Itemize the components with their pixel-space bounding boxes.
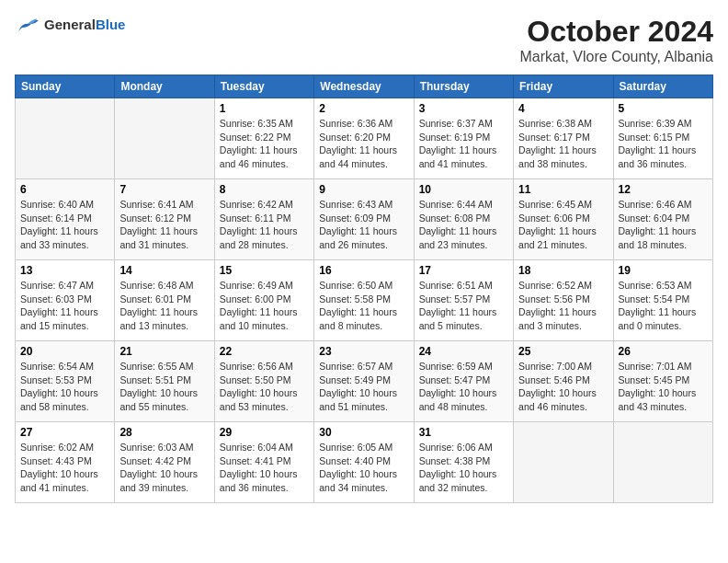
calendar-cell: 29Sunrise: 6:04 AMSunset: 4:41 PMDayligh… (214, 422, 313, 503)
day-number: 15 (220, 264, 309, 277)
calendar-cell (115, 98, 214, 179)
day-info: Sunrise: 6:41 AMSunset: 6:12 PMDaylight:… (119, 198, 209, 252)
day-info: Sunrise: 6:39 AMSunset: 6:15 PMDaylight:… (619, 117, 708, 171)
calendar-subtitle: Markat, Vlore County, Albania (520, 49, 713, 65)
day-number: 21 (119, 345, 209, 358)
day-number: 2 (319, 102, 408, 115)
day-number: 31 (419, 426, 508, 439)
calendar-cell: 2Sunrise: 6:36 AMSunset: 6:20 PMDaylight… (314, 98, 414, 179)
calendar-cell: 14Sunrise: 6:48 AMSunset: 6:01 PMDayligh… (115, 260, 214, 341)
day-number: 27 (20, 426, 109, 439)
calendar-cell: 20Sunrise: 6:54 AMSunset: 5:53 PMDayligh… (16, 341, 115, 422)
day-info: Sunrise: 7:01 AMSunset: 5:45 PMDaylight:… (619, 360, 708, 414)
day-info: Sunrise: 6:06 AMSunset: 4:38 PMDaylight:… (419, 441, 508, 495)
day-info: Sunrise: 6:57 AMSunset: 5:49 PMDaylight:… (319, 360, 408, 414)
day-number: 6 (20, 183, 109, 196)
day-info: Sunrise: 6:42 AMSunset: 6:11 PMDaylight:… (220, 198, 309, 252)
day-info: Sunrise: 6:54 AMSunset: 5:53 PMDaylight:… (20, 360, 109, 414)
day-number: 17 (419, 264, 508, 277)
calendar-cell: 4Sunrise: 6:38 AMSunset: 6:17 PMDaylight… (514, 98, 613, 179)
logo-bird-icon (15, 15, 40, 35)
weekday-header-sunday: Sunday (16, 75, 115, 98)
calendar-cell: 21Sunrise: 6:55 AMSunset: 5:51 PMDayligh… (115, 341, 214, 422)
calendar-cell (514, 422, 613, 503)
day-number: 22 (220, 345, 309, 358)
calendar-cell: 18Sunrise: 6:52 AMSunset: 5:56 PMDayligh… (514, 260, 613, 341)
day-number: 28 (119, 426, 209, 439)
calendar-cell: 8Sunrise: 6:42 AMSunset: 6:11 PMDaylight… (214, 179, 313, 260)
calendar-cell: 24Sunrise: 6:59 AMSunset: 5:47 PMDayligh… (414, 341, 513, 422)
calendar-cell: 1Sunrise: 6:35 AMSunset: 6:22 PMDaylight… (214, 98, 313, 179)
calendar-table: SundayMondayTuesdayWednesdayThursdayFrid… (15, 75, 713, 503)
day-number: 3 (419, 102, 508, 115)
calendar-cell: 28Sunrise: 6:03 AMSunset: 4:42 PMDayligh… (115, 422, 214, 503)
day-number: 14 (119, 264, 209, 277)
day-info: Sunrise: 6:04 AMSunset: 4:41 PMDaylight:… (220, 441, 309, 495)
day-number: 13 (20, 264, 109, 277)
weekday-header-tuesday: Tuesday (214, 75, 313, 98)
day-number: 25 (518, 345, 608, 358)
day-info: Sunrise: 6:43 AMSunset: 6:09 PMDaylight:… (319, 198, 408, 252)
calendar-cell: 23Sunrise: 6:57 AMSunset: 5:49 PMDayligh… (314, 341, 414, 422)
day-info: Sunrise: 6:03 AMSunset: 4:42 PMDaylight:… (119, 441, 209, 495)
day-info: Sunrise: 6:37 AMSunset: 6:19 PMDaylight:… (419, 117, 508, 171)
day-number: 10 (419, 183, 508, 196)
day-number: 4 (518, 102, 608, 115)
day-info: Sunrise: 6:52 AMSunset: 5:56 PMDaylight:… (518, 279, 608, 333)
calendar-week-row: 27Sunrise: 6:02 AMSunset: 4:43 PMDayligh… (16, 422, 713, 503)
calendar-cell: 13Sunrise: 6:47 AMSunset: 6:03 PMDayligh… (16, 260, 115, 341)
weekday-header-friday: Friday (514, 75, 613, 98)
calendar-week-row: 13Sunrise: 6:47 AMSunset: 6:03 PMDayligh… (16, 260, 713, 341)
header: GeneralBlue October 2024 Markat, Vlore C… (15, 15, 713, 65)
weekday-header-saturday: Saturday (613, 75, 712, 98)
calendar-cell: 10Sunrise: 6:44 AMSunset: 6:08 PMDayligh… (414, 179, 513, 260)
day-info: Sunrise: 6:56 AMSunset: 5:50 PMDaylight:… (220, 360, 309, 414)
calendar-cell: 22Sunrise: 6:56 AMSunset: 5:50 PMDayligh… (214, 341, 313, 422)
calendar-cell: 5Sunrise: 6:39 AMSunset: 6:15 PMDaylight… (613, 98, 712, 179)
day-number: 7 (119, 183, 209, 196)
day-number: 8 (220, 183, 309, 196)
day-number: 29 (220, 426, 309, 439)
calendar-cell: 15Sunrise: 6:49 AMSunset: 6:00 PMDayligh… (214, 260, 313, 341)
day-info: Sunrise: 6:02 AMSunset: 4:43 PMDaylight:… (20, 441, 109, 495)
calendar-cell: 9Sunrise: 6:43 AMSunset: 6:09 PMDaylight… (314, 179, 414, 260)
logo: GeneralBlue (15, 15, 125, 35)
weekday-header-row: SundayMondayTuesdayWednesdayThursdayFrid… (16, 75, 713, 98)
logo-text-blue: Blue (96, 17, 126, 32)
logo-text-general: General (44, 17, 96, 32)
day-info: Sunrise: 7:00 AMSunset: 5:46 PMDaylight:… (518, 360, 608, 414)
calendar-cell: 17Sunrise: 6:51 AMSunset: 5:57 PMDayligh… (414, 260, 513, 341)
day-number: 11 (518, 183, 608, 196)
calendar-cell: 27Sunrise: 6:02 AMSunset: 4:43 PMDayligh… (16, 422, 115, 503)
day-number: 12 (619, 183, 708, 196)
calendar-cell: 30Sunrise: 6:05 AMSunset: 4:40 PMDayligh… (314, 422, 414, 503)
day-info: Sunrise: 6:48 AMSunset: 6:01 PMDaylight:… (119, 279, 209, 333)
day-info: Sunrise: 6:59 AMSunset: 5:47 PMDaylight:… (419, 360, 508, 414)
day-info: Sunrise: 6:05 AMSunset: 4:40 PMDaylight:… (319, 441, 408, 495)
calendar-cell: 19Sunrise: 6:53 AMSunset: 5:54 PMDayligh… (613, 260, 712, 341)
calendar-cell: 7Sunrise: 6:41 AMSunset: 6:12 PMDaylight… (115, 179, 214, 260)
calendar-week-row: 1Sunrise: 6:35 AMSunset: 6:22 PMDaylight… (16, 98, 713, 179)
day-number: 1 (220, 102, 309, 115)
calendar-cell: 6Sunrise: 6:40 AMSunset: 6:14 PMDaylight… (16, 179, 115, 260)
day-info: Sunrise: 6:38 AMSunset: 6:17 PMDaylight:… (518, 117, 608, 171)
calendar-cell: 25Sunrise: 7:00 AMSunset: 5:46 PMDayligh… (514, 341, 613, 422)
day-number: 26 (619, 345, 708, 358)
calendar-cell (613, 422, 712, 503)
day-info: Sunrise: 6:45 AMSunset: 6:06 PMDaylight:… (518, 198, 608, 252)
weekday-header-thursday: Thursday (414, 75, 513, 98)
calendar-cell: 12Sunrise: 6:46 AMSunset: 6:04 PMDayligh… (613, 179, 712, 260)
day-info: Sunrise: 6:36 AMSunset: 6:20 PMDaylight:… (319, 117, 408, 171)
day-number: 18 (518, 264, 608, 277)
day-info: Sunrise: 6:35 AMSunset: 6:22 PMDaylight:… (220, 117, 309, 171)
calendar-cell: 31Sunrise: 6:06 AMSunset: 4:38 PMDayligh… (414, 422, 513, 503)
calendar-week-row: 6Sunrise: 6:40 AMSunset: 6:14 PMDaylight… (16, 179, 713, 260)
day-number: 5 (619, 102, 708, 115)
calendar-cell: 26Sunrise: 7:01 AMSunset: 5:45 PMDayligh… (613, 341, 712, 422)
day-number: 20 (20, 345, 109, 358)
day-info: Sunrise: 6:44 AMSunset: 6:08 PMDaylight:… (419, 198, 508, 252)
day-number: 16 (319, 264, 408, 277)
day-number: 9 (319, 183, 408, 196)
calendar-cell: 3Sunrise: 6:37 AMSunset: 6:19 PMDaylight… (414, 98, 513, 179)
calendar-cell (16, 98, 115, 179)
